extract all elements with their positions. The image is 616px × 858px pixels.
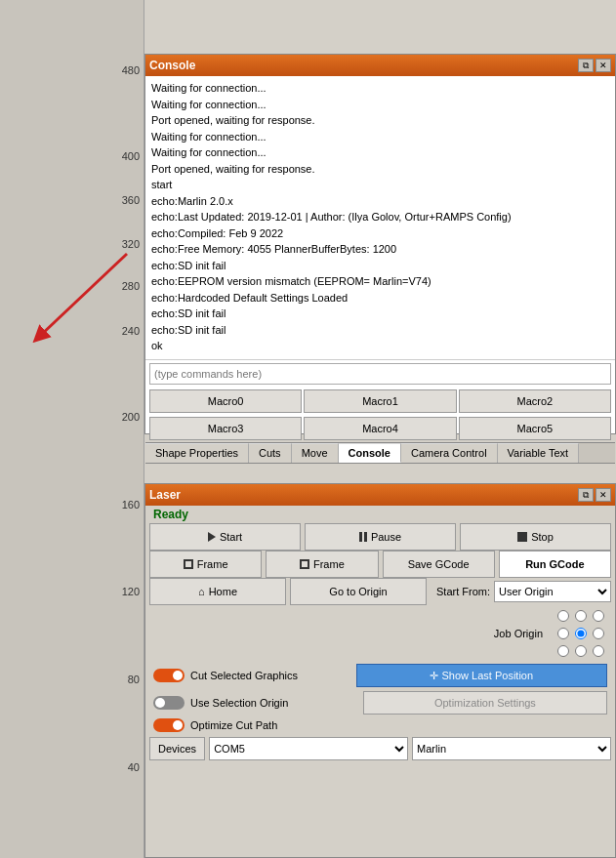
macro-button-macro1[interactable]: Macro1: [304, 389, 456, 413]
console-line: echo:Last Updated: 2019-12-01 | Author: …: [151, 209, 609, 225]
job-origin-radio-tl[interactable]: [557, 610, 569, 622]
ruler-tick-400: 400: [122, 151, 144, 162]
laser-close-button[interactable]: ✕: [595, 488, 611, 502]
console-titlebar-buttons: ⧉ ✕: [578, 59, 611, 72]
stop-button[interactable]: Stop: [460, 523, 611, 551]
job-origin-section: Job Origin: [145, 605, 615, 662]
ruler-tick-160: 160: [122, 500, 144, 511]
frame1-icon: [184, 559, 193, 569]
optimize-cut-toggle[interactable]: [153, 718, 185, 732]
optimize-cut-toggle-row: Optimize Cut Path: [145, 716, 615, 734]
cut-selected-toggle-row: Cut Selected Graphics: [153, 669, 349, 682]
laser-title: Laser: [149, 488, 181, 502]
macro-button-macro3[interactable]: Macro3: [149, 417, 302, 440]
macro-button-macro5[interactable]: Macro5: [459, 417, 611, 440]
frame2-icon: [300, 559, 309, 569]
ruler-tick-240: 240: [122, 326, 144, 337]
cut-selected-toggle[interactable]: [153, 669, 185, 682]
start-button[interactable]: Start: [149, 523, 301, 551]
laser-titlebar-buttons: ⧉ ✕: [578, 488, 611, 502]
console-line: Waiting for connection...: [151, 97, 609, 113]
use-selection-origin-label: Use Selection Origin: [190, 697, 288, 709]
tab-camera-control[interactable]: Camera Control: [401, 443, 498, 463]
job-origin-radio-ml[interactable]: [557, 628, 569, 639]
job-origin-radio-bc[interactable]: [575, 645, 587, 657]
laser-titlebar: Laser ⧉ ✕: [145, 484, 615, 506]
job-origin-radio-tr[interactable]: [593, 610, 604, 622]
start-from-select[interactable]: User OriginAbsolute CoordsCurrent Positi…: [494, 581, 611, 602]
devices-button[interactable]: Devices: [149, 737, 205, 760]
save-gcode-button[interactable]: Save GCode: [383, 551, 495, 578]
job-origin-label: Job Origin: [494, 628, 543, 639]
ruler-tick-120: 120: [122, 587, 144, 597]
main-area: Console ⧉ ✕ Waiting for connection...Wai…: [144, 0, 616, 858]
ruler-tick-40: 40: [128, 762, 144, 773]
tab-move[interactable]: Move: [292, 443, 339, 463]
console-title: Console: [149, 59, 195, 72]
devices-row: Devices COM5COM1COM3 MarlinGRBLRuida: [145, 734, 615, 763]
console-line: echo:SD init fail: [151, 322, 609, 339]
macro-button-macro2[interactable]: Macro2: [459, 389, 611, 413]
pause-icon: [359, 532, 367, 542]
job-origin-radio-mr[interactable]: [593, 628, 604, 639]
frame-gcode-row: Frame Frame Save GCode Run GCode: [145, 551, 615, 578]
frame2-button[interactable]: Frame: [266, 551, 378, 578]
go-to-origin-button[interactable]: Go to Origin: [290, 578, 427, 605]
tabs-row: Shape PropertiesCutsMoveConsoleCamera Co…: [145, 442, 615, 464]
ruler-tick-320: 320: [122, 239, 144, 250]
console-line: Waiting for connection...: [151, 144, 609, 161]
laser-restore-button[interactable]: ⧉: [578, 488, 594, 502]
tab-console[interactable]: Console: [339, 443, 401, 463]
ruler-left: 480 400 360 320 280 240 200 160 120 80 4…: [0, 0, 144, 858]
home-button[interactable]: ⌂ Home: [149, 578, 286, 605]
job-origin-radio-mc[interactable]: [575, 628, 587, 639]
macro-button-macro0[interactable]: Macro0: [149, 389, 302, 413]
run-gcode-button[interactable]: Run GCode: [499, 551, 611, 578]
red-arrow: [20, 244, 137, 351]
console-line: Waiting for connection...: [151, 129, 609, 145]
console-input[interactable]: [149, 363, 611, 385]
console-line: ok: [151, 338, 609, 354]
laser-status: Ready: [145, 506, 615, 523]
macro-row-1: Macro0Macro1Macro2: [145, 388, 615, 415]
use-selection-origin-toggle[interactable]: [153, 696, 185, 710]
firmware-select[interactable]: MarlinGRBLRuida: [412, 737, 611, 760]
console-titlebar: Console ⧉ ✕: [145, 55, 615, 76]
home-origin-row: ⌂ Home Go to Origin Start From: User Ori…: [145, 578, 615, 605]
stop-icon: [517, 532, 527, 542]
macro-row-2: Macro3Macro4Macro5: [145, 415, 615, 442]
ruler-tick-200: 200: [122, 412, 144, 423]
svg-line-1: [39, 254, 127, 337]
tab-shape-properties[interactable]: Shape Properties: [145, 443, 249, 463]
console-close-button[interactable]: ✕: [595, 59, 611, 72]
com-select[interactable]: COM5COM1COM3: [209, 737, 408, 760]
console-line: echo:EEPROM version mismatch (EEPROM= Ma…: [151, 273, 609, 290]
job-origin-radio-grid: [554, 607, 607, 660]
console-line: echo:Free Memory: 4055 PlannerBufferByte…: [151, 241, 609, 258]
pause-button[interactable]: Pause: [305, 523, 456, 551]
show-last-position-button[interactable]: ✛ Show Last Position: [356, 664, 607, 687]
optimization-settings-button[interactable]: Optimization Settings: [363, 691, 607, 715]
start-from-label: Start From:: [431, 586, 490, 597]
job-origin-radio-bl[interactable]: [557, 645, 569, 657]
job-origin-radio-tc[interactable]: [575, 610, 587, 622]
console-line: echo:SD init fail: [151, 306, 609, 322]
console-line: echo:Hardcoded Default Settings Loaded: [151, 290, 609, 306]
optimize-cut-label: Optimize Cut Path: [190, 719, 277, 731]
console-output: Waiting for connection...Waiting for con…: [145, 76, 615, 359]
tab-cuts[interactable]: Cuts: [249, 443, 292, 463]
play-icon: [208, 532, 216, 542]
home-icon: ⌂: [198, 586, 205, 597]
console-restore-button[interactable]: ⧉: [578, 59, 594, 72]
frame1-button[interactable]: Frame: [149, 551, 262, 578]
console-line: start: [151, 177, 609, 193]
laser-window: Laser ⧉ ✕ Ready Start Pause Stop: [144, 483, 616, 858]
macro-button-macro4[interactable]: Macro4: [304, 417, 456, 440]
start-pause-stop-row: Start Pause Stop: [145, 523, 615, 551]
console-line: Port opened, waiting for response.: [151, 161, 609, 178]
job-origin-radio-br[interactable]: [593, 645, 604, 657]
console-line: Port opened, waiting for response.: [151, 112, 609, 129]
console-window: Console ⧉ ✕ Waiting for connection...Wai…: [144, 54, 616, 434]
tab-variable-text[interactable]: Variable Text: [498, 443, 580, 463]
ruler-tick-280: 280: [122, 281, 144, 292]
